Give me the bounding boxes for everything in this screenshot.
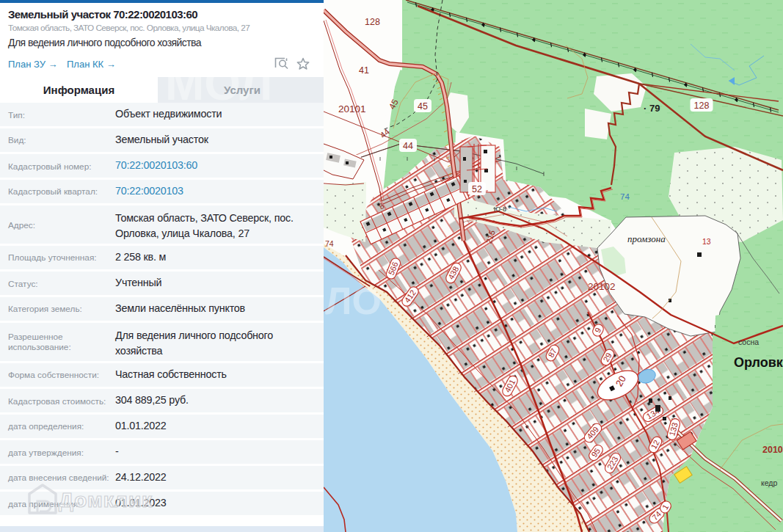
svg-text:20102: 20102 bbox=[588, 281, 616, 292]
svg-text:74: 74 bbox=[325, 239, 334, 248]
svg-text:128: 128 bbox=[365, 17, 380, 27]
svg-text:ЛО: ЛО bbox=[325, 280, 382, 322]
svg-text:45: 45 bbox=[418, 101, 428, 112]
svg-text:52: 52 bbox=[472, 184, 482, 194]
svg-text:20103: 20103 bbox=[762, 445, 783, 455]
svg-text:44: 44 bbox=[403, 141, 413, 151]
svg-text:промзона: промзона bbox=[627, 233, 666, 244]
svg-text:сосна: сосна bbox=[738, 338, 759, 346]
svg-text:20101: 20101 bbox=[338, 103, 366, 114]
svg-text:13: 13 bbox=[702, 237, 711, 246]
svg-text:Ю-8: Ю-8 bbox=[494, 205, 506, 213]
svg-text:кедр: кедр bbox=[761, 478, 777, 487]
svg-text:74: 74 bbox=[620, 192, 630, 201]
svg-text:Орловка: Орловка bbox=[734, 355, 783, 370]
svg-text:· 79: · 79 bbox=[644, 103, 660, 114]
svg-text:128: 128 bbox=[694, 101, 710, 111]
svg-text:41: 41 bbox=[359, 65, 369, 76]
